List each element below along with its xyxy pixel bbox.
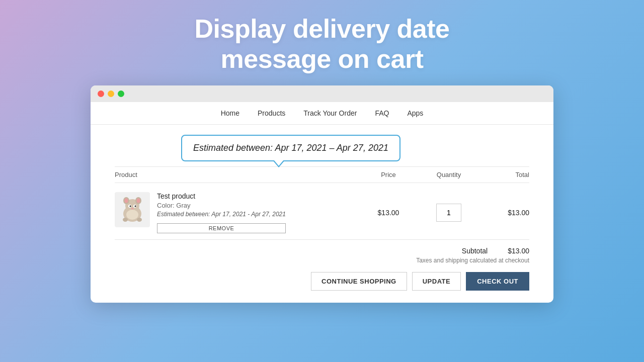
maximize-dot[interactable] bbox=[118, 90, 124, 97]
hero-title: Display delivery date message on cart bbox=[195, 14, 450, 74]
svg-point-5 bbox=[137, 198, 140, 203]
svg-point-12 bbox=[123, 218, 128, 222]
svg-point-9 bbox=[135, 205, 136, 207]
table-row: Test product Color: Gray Estimated betwe… bbox=[115, 183, 529, 240]
checkout-button[interactable]: CHECK OUT bbox=[466, 272, 529, 291]
product-image bbox=[115, 192, 150, 227]
cart-table-header: Product Price Quantity Total bbox=[115, 166, 529, 183]
continue-shopping-button[interactable]: CONTINUE SHOPPING bbox=[311, 272, 407, 291]
store-nav: Home Products Track Your Order FAQ Apps bbox=[91, 102, 553, 125]
product-name: Test product bbox=[157, 192, 286, 200]
col-total-header: Total bbox=[479, 171, 529, 178]
browser-window: Home Products Track Your Order FAQ Apps … bbox=[91, 85, 553, 303]
product-delivery: Estimated between: Apr 17, 2021 - Apr 27… bbox=[157, 211, 286, 218]
subtotal-value: $13.00 bbox=[508, 247, 529, 255]
delivery-tooltip: Estimated between: Apr 17, 2021 – Apr 27… bbox=[181, 135, 400, 161]
close-dot[interactable] bbox=[98, 90, 104, 97]
nav-apps[interactable]: Apps bbox=[407, 109, 423, 117]
quantity-input[interactable] bbox=[436, 204, 461, 222]
product-details: Test product Color: Gray Estimated betwe… bbox=[157, 192, 286, 233]
item-total: $13.00 bbox=[479, 209, 529, 217]
minimize-dot[interactable] bbox=[108, 90, 114, 97]
tax-note: Taxes and shipping calculated at checkou… bbox=[416, 257, 529, 264]
col-product-header: Product bbox=[115, 171, 358, 178]
nav-track-order[interactable]: Track Your Order bbox=[303, 109, 357, 117]
remove-button[interactable]: REMOVE bbox=[157, 223, 286, 233]
cart-actions: CONTINUE SHOPPING UPDATE CHECK OUT bbox=[115, 267, 529, 293]
col-price-header: Price bbox=[358, 171, 419, 178]
cart-content: Your cart Product Price Quantity Total E… bbox=[91, 125, 553, 303]
nav-home[interactable]: Home bbox=[221, 109, 239, 117]
browser-chrome bbox=[91, 85, 553, 102]
svg-point-11 bbox=[126, 210, 138, 220]
svg-point-13 bbox=[137, 218, 142, 222]
subtotal-row: Subtotal $13.00 bbox=[462, 247, 529, 255]
col-quantity-header: Quantity bbox=[419, 171, 479, 178]
nav-faq[interactable]: FAQ bbox=[375, 109, 389, 117]
svg-point-8 bbox=[130, 205, 131, 207]
subtotal-label: Subtotal bbox=[462, 247, 488, 255]
update-button[interactable]: UPDATE bbox=[412, 272, 461, 291]
svg-point-10 bbox=[131, 208, 134, 209]
product-info: Test product Color: Gray Estimated betwe… bbox=[115, 192, 358, 233]
tooltip-bubble: Estimated between: Apr 17, 2021 – Apr 27… bbox=[181, 135, 400, 161]
item-quantity-cell bbox=[419, 204, 479, 222]
nav-products[interactable]: Products bbox=[258, 109, 285, 117]
product-color: Color: Gray bbox=[157, 202, 286, 209]
svg-point-4 bbox=[125, 198, 128, 203]
cart-summary: Subtotal $13.00 Taxes and shipping calcu… bbox=[115, 240, 529, 267]
item-price: $13.00 bbox=[358, 209, 419, 217]
